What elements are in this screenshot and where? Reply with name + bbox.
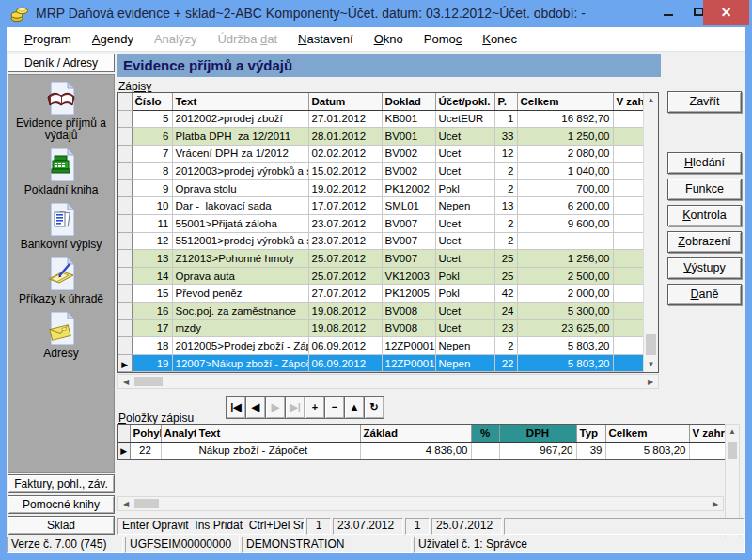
cell-datum[interactable]: 06.09.2012 xyxy=(308,354,382,372)
sidebar-tab-denik-adresy[interactable]: Deník / Adresy xyxy=(8,54,115,72)
table-row[interactable]: 15 Převod peněz 27.07.2012 PK12005 Pokl … xyxy=(118,285,644,303)
cell-ucet[interactable]: Pokl xyxy=(435,179,494,197)
scroll-left-icon[interactable]: ◀ xyxy=(118,497,133,510)
cell-cislo[interactable]: 14 xyxy=(132,267,172,285)
scroll-up-icon[interactable]: ▲ xyxy=(644,93,658,108)
polozky-horizontal-scrollbar[interactable]: ◀ ▶ xyxy=(118,496,724,511)
cell-text[interactable]: Vrácení DPH za 1/2012 xyxy=(172,145,308,163)
cell-datum[interactable]: 17.07.2012 xyxy=(308,197,382,215)
cell-vzah[interactable] xyxy=(613,232,644,250)
cell-doklad[interactable]: BV008 xyxy=(382,319,435,337)
cell-text[interactable]: Z12013>Pohonné hmoty xyxy=(172,250,308,268)
cell-ucet[interactable]: Ucet xyxy=(435,232,494,250)
cell-datum[interactable]: 27.07.2012 xyxy=(308,285,382,303)
cell-celkem[interactable]: 5 803,20 xyxy=(517,337,613,355)
cell-cislo[interactable]: 18 xyxy=(132,337,172,355)
cell-p[interactable]: 42 xyxy=(494,285,517,303)
cell-vzah[interactable] xyxy=(613,110,644,128)
cell-cislo[interactable]: 9 xyxy=(132,179,172,197)
table-row[interactable]: 12 5512001>prodej výrobků a služe 23.07.… xyxy=(118,232,644,250)
column-header-p[interactable]: P. xyxy=(494,93,517,110)
cell-p[interactable]: 1 xyxy=(494,110,517,128)
cell-ucet[interactable]: Ucet xyxy=(435,145,494,163)
zavrit-button[interactable]: Zavřít xyxy=(667,91,742,113)
column-header-pohyb[interactable]: Pohyb xyxy=(130,425,161,442)
cell-vzah[interactable] xyxy=(613,128,644,146)
table-row[interactable]: 7 Vrácení DPH za 1/2012 02.02.2012 BV002… xyxy=(118,145,644,163)
menu-item-program[interactable]: Program xyxy=(14,28,82,50)
cell-doklad[interactable]: BV007 xyxy=(382,250,435,268)
cell-datum[interactable]: 25.07.2012 xyxy=(308,250,382,268)
zapisy-horizontal-scrollbar[interactable]: ◀ ▶ xyxy=(118,374,659,389)
cell-vzah[interactable] xyxy=(613,197,644,215)
column-header-vzahr[interactable]: V zahr xyxy=(689,425,725,442)
cell-dph[interactable]: 967,20 xyxy=(499,442,576,459)
cell-p[interactable]: 25 xyxy=(494,250,517,268)
cell-celkem[interactable]: 2 080,00 xyxy=(517,145,613,163)
menu-item-okno[interactable]: Okno xyxy=(364,28,414,50)
column-header-vzah[interactable]: V zah xyxy=(613,93,644,110)
cell-vzah[interactable] xyxy=(613,215,644,233)
cell-doklad[interactable]: BV007 xyxy=(382,215,435,233)
cell-text[interactable]: mzdy xyxy=(172,319,308,337)
minimize-button[interactable] xyxy=(654,0,682,25)
dane-button[interactable]: Daně xyxy=(667,284,742,305)
cell-doklad[interactable]: KB001 xyxy=(382,110,435,128)
menu-item-analyzy[interactable]: Analýzy xyxy=(144,28,208,50)
cell-celkem[interactable]: 6 200,00 xyxy=(517,197,613,215)
cell-doklad[interactable]: PK12005 xyxy=(382,285,435,303)
cell-celkem[interactable]: 23 625,00 xyxy=(517,319,613,337)
cell-datum[interactable]: 19.02.2012 xyxy=(308,179,382,197)
nav-button-insert[interactable]: + xyxy=(305,396,325,419)
cell-vzah[interactable] xyxy=(613,163,644,180)
close-button[interactable]: ✕ xyxy=(703,0,749,25)
scrollbar-thumb[interactable] xyxy=(646,334,656,355)
cell-typ[interactable]: 39 xyxy=(576,442,605,459)
menu-item-pomoc[interactable]: Pomoc xyxy=(414,28,472,50)
table-row[interactable]: 6 Platba DPH za 12/2011 28.01.2012 BV001… xyxy=(118,128,644,146)
cell-text[interactable]: 55001>Přijatá záloha xyxy=(172,215,308,233)
cell-text[interactable]: 5512001>prodej výrobků a služe xyxy=(172,232,308,250)
cell-doklad[interactable]: BV001 xyxy=(382,128,435,146)
vystupy-button[interactable]: Výstupy xyxy=(667,257,742,279)
nav-button-next[interactable]: ▶ xyxy=(265,396,286,419)
cell-doklad[interactable]: BV007 xyxy=(382,232,435,250)
sidebar-item-adresy[interactable]: Adresy xyxy=(8,311,114,360)
cell-vzah[interactable] xyxy=(613,267,644,285)
zobrazeni-button[interactable]: Zobrazení xyxy=(667,231,742,253)
menu-item-agendy[interactable]: Agendy xyxy=(82,28,144,50)
column-header-typ[interactable]: Typ xyxy=(576,425,605,442)
cell-ucet[interactable]: Ucet xyxy=(435,128,494,146)
cell-text[interactable]: Dar - lakovací sada xyxy=(172,197,308,215)
cell-p[interactable]: 12 xyxy=(494,145,517,163)
cell-doklad[interactable]: BV008 xyxy=(382,303,435,320)
cell-celkem[interactable]: 1 040,00 xyxy=(517,163,613,180)
cell-p[interactable]: 2 xyxy=(494,179,517,197)
table-row[interactable]: 22 Nákup zboží - Zápočet 4 836,00 967,20… xyxy=(118,442,725,459)
menu-item-udrzba-dat[interactable]: Údržba dat xyxy=(207,28,288,50)
column-header-datum[interactable]: Datum xyxy=(308,93,382,110)
cell-doklad[interactable]: 12ZP0001 xyxy=(382,354,435,372)
cell-vzah[interactable] xyxy=(613,250,644,268)
cell-p[interactable]: 2 xyxy=(494,232,517,250)
cell-text[interactable]: Soc.poj. za zaměstnance xyxy=(172,303,308,320)
cell-zaklad[interactable]: 4 836,00 xyxy=(360,442,471,459)
column-header-analyt[interactable]: Analyt. xyxy=(161,425,196,442)
cell-p[interactable]: 13 xyxy=(494,197,517,215)
column-header-text[interactable]: Text xyxy=(196,425,360,442)
cell-datum[interactable]: 23.07.2012 xyxy=(308,215,382,233)
cell-p[interactable]: 2 xyxy=(494,163,517,180)
table-row[interactable]: 10 Dar - lakovací sada 17.07.2012 SML01 … xyxy=(118,197,644,215)
column-header-doklad[interactable]: Doklad xyxy=(382,93,435,110)
cell-cislo[interactable]: 12 xyxy=(132,232,172,250)
cell-cislo[interactable]: 19 xyxy=(132,354,172,372)
table-row[interactable]: 14 Oprava auta 25.07.2012 VK12003 Pokl 2… xyxy=(118,267,644,285)
column-header-ucet[interactable]: Účet/pokl. xyxy=(435,93,494,110)
cell-p[interactable]: 23 xyxy=(494,319,517,337)
cell-pohyb[interactable]: 22 xyxy=(130,442,161,459)
cell-datum[interactable]: 23.07.2012 xyxy=(308,232,382,250)
cell-text[interactable]: Oprava stolu xyxy=(172,179,308,197)
cell-celkem[interactable]: 2 500,00 xyxy=(517,267,613,285)
table-row[interactable]: 5 2012002>prodej zboží 27.01.2012 KB001 … xyxy=(118,110,644,128)
sidebar-item-prikazy-k-uhrade[interactable]: Příkazy k úhradě xyxy=(8,257,114,305)
